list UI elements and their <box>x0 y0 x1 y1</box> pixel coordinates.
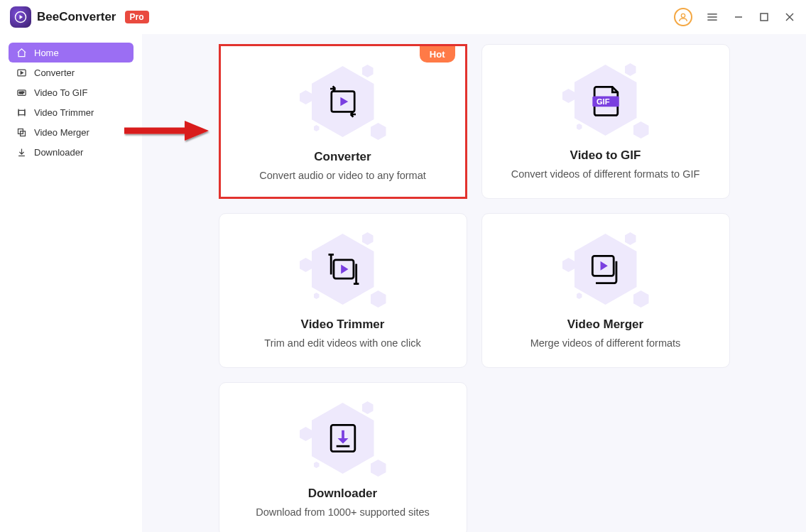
main-content: Hot Converter Convert audio or video to … <box>142 34 806 532</box>
pro-badge: Pro <box>125 11 149 23</box>
gif-icon: GIF <box>16 87 27 98</box>
window-close-icon[interactable] <box>783 11 796 23</box>
hamburger-menu-icon[interactable] <box>705 10 719 24</box>
card-converter[interactable]: Hot Converter Convert audio or video to … <box>219 44 467 199</box>
card-title: Video Trimmer <box>301 317 385 332</box>
convert-icon <box>16 67 27 78</box>
card-description: Convert audio or video to any format <box>259 170 426 181</box>
app-logo-area: BeeConverter Pro <box>10 6 149 28</box>
sidebar-item-converter[interactable]: Converter <box>9 63 134 82</box>
card-illustration <box>290 59 396 144</box>
card-title: Video Merger <box>567 317 643 332</box>
window-maximize-icon[interactable] <box>758 11 770 23</box>
hot-badge: Hot <box>420 46 455 63</box>
converter-card-icon <box>324 82 362 121</box>
card-illustration <box>290 227 396 312</box>
svg-text:GIF: GIF <box>18 91 24 94</box>
user-profile-icon[interactable] <box>674 8 692 26</box>
sidebar-item-video-merger[interactable]: Video Merger <box>9 122 134 142</box>
sidebar-item-label: Video Merger <box>34 127 89 138</box>
sidebar-item-home[interactable]: Home <box>9 43 134 63</box>
card-description: Download from 1000+ supported sites <box>256 506 430 518</box>
trimmer-card-icon <box>323 249 363 289</box>
card-video-merger[interactable]: Video Merger Merge videos of different f… <box>481 213 730 368</box>
card-illustration: GIF <box>552 58 659 143</box>
card-title: Converter <box>314 150 371 164</box>
card-title: Downloader <box>308 487 377 501</box>
sidebar-item-label: Video Trimmer <box>34 107 94 118</box>
card-description: Merge videos of different formats <box>530 337 681 349</box>
merge-icon <box>16 126 27 138</box>
sidebar-item-video-trimmer[interactable]: Video Trimmer <box>9 102 134 122</box>
card-description: Convert videos of different formats to G… <box>511 168 700 180</box>
download-icon <box>16 146 27 158</box>
gif-card-icon: GIF <box>586 80 626 120</box>
card-illustration <box>552 227 659 312</box>
card-title: Video to GIF <box>570 148 641 163</box>
sidebar-item-label: Video To GIF <box>34 87 87 98</box>
card-downloader[interactable]: Downloader Download from 1000+ supported… <box>219 382 467 532</box>
app-name: BeeConverter <box>37 10 116 24</box>
card-grid: Hot Converter Convert audio or video to … <box>219 44 730 532</box>
svg-text:GIF: GIF <box>596 97 609 106</box>
merger-card-icon <box>586 249 626 289</box>
svg-rect-6 <box>761 13 768 21</box>
card-video-trimmer[interactable]: Video Trimmer Trim and edit videos with … <box>219 213 467 368</box>
trim-icon <box>16 107 27 118</box>
app-logo-icon <box>10 6 31 28</box>
sidebar-item-label: Downloader <box>34 147 83 158</box>
svg-rect-12 <box>18 110 25 114</box>
card-description: Trim and edit videos with one click <box>264 337 420 349</box>
downloader-card-icon <box>323 418 363 458</box>
sidebar-item-label: Home <box>34 48 59 58</box>
window-minimize-icon[interactable] <box>732 11 745 23</box>
title-bar: BeeConverter Pro <box>0 0 806 34</box>
title-bar-right <box>674 8 796 26</box>
sidebar: Home Converter GIF Video To GIF Video Tr… <box>0 34 142 532</box>
card-video-to-gif[interactable]: GIF Video to GIF Convert videos of diffe… <box>481 44 730 199</box>
card-illustration <box>290 396 396 481</box>
sidebar-item-label: Converter <box>34 67 75 78</box>
svg-point-1 <box>681 13 685 17</box>
sidebar-item-downloader[interactable]: Downloader <box>9 142 134 162</box>
home-icon <box>16 47 27 58</box>
sidebar-item-video-to-gif[interactable]: GIF Video To GIF <box>9 82 134 102</box>
